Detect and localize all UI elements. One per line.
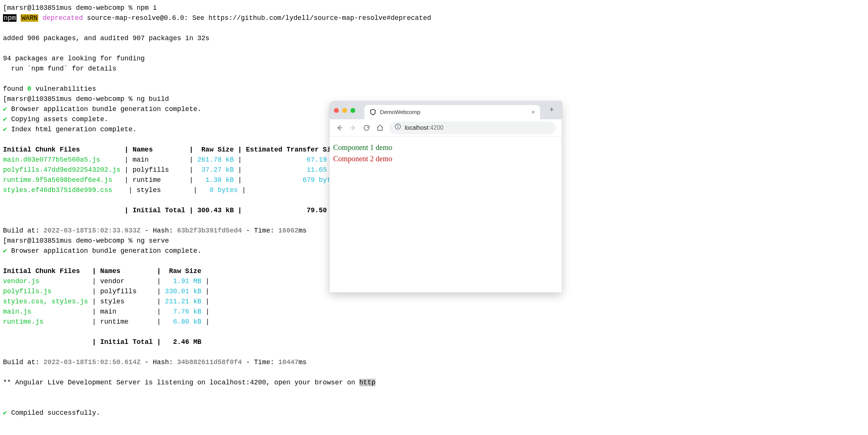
- component-1-text: Component 1 demo: [333, 142, 558, 153]
- build2-row: polyfills.js | polyfills | 330.01 kB |: [3, 288, 214, 295]
- added-packages-line: added 906 packages, and audited 907 pack…: [3, 34, 210, 42]
- angular-icon: [370, 109, 376, 116]
- check-icon: ✔: [3, 105, 7, 113]
- address-bar[interactable]: localhost:4200: [389, 122, 556, 134]
- back-button[interactable]: [335, 124, 344, 132]
- close-window-button[interactable]: [334, 108, 339, 113]
- build1-row: main.d03e0777b5e560a5.js | main | 261.78…: [3, 156, 339, 164]
- arrow-left-icon: [336, 124, 343, 132]
- reload-button[interactable]: [362, 124, 371, 132]
- maximize-window-button[interactable]: [350, 108, 355, 113]
- build1-total: | Initial Total | 300.43 kB | 79.50 kB: [3, 207, 339, 214]
- browser-window: DemoWebcomp ✕ + localhost:4200 Component…: [329, 101, 562, 292]
- window-controls: [334, 108, 355, 113]
- deprecated-tag: deprecated: [42, 14, 83, 22]
- build2-row: main.js | main | 7.76 kB |: [3, 308, 214, 315]
- browser-tab[interactable]: DemoWebcomp ✕: [364, 105, 540, 119]
- vulnerabilities-line: found 0 vulnerabilities: [3, 85, 96, 93]
- bundle-complete-line: ✔ Browser application bundle generation …: [3, 105, 201, 113]
- browser-toolbar: localhost:4200: [329, 119, 562, 136]
- build1-row: polyfills.47dd9ed922543202.js | polyfill…: [3, 166, 339, 174]
- check-icon: ✔: [3, 116, 7, 123]
- prompt-line-3: [marsr@l103851mus demo-webcomp % ng serv…: [3, 237, 169, 244]
- svg-point-2: [398, 125, 398, 126]
- close-tab-button[interactable]: ✕: [532, 108, 535, 116]
- tab-title: DemoWebcomp: [380, 108, 528, 117]
- home-button[interactable]: [376, 124, 384, 132]
- build2-total: | Initial Total | 2.46 MB: [3, 338, 201, 346]
- build1-row: styles.ef46db3751d8e999.css | styles | 0…: [3, 186, 343, 194]
- npm-warn-line: npm WARN deprecated source-map-resolve@0…: [3, 14, 431, 22]
- build2-at-line: Build at: 2022-03-18T15:02:50.614Z - Has…: [3, 358, 307, 366]
- home-icon: [376, 124, 384, 132]
- funding-line-1: 94 packages are looking for funding: [3, 55, 145, 62]
- minimize-window-button[interactable]: [342, 108, 347, 113]
- component-2-text: Component 2 demo: [333, 153, 558, 164]
- reload-icon: [363, 124, 370, 132]
- npm-tag: npm: [3, 14, 16, 22]
- check-icon: ✔: [3, 126, 7, 133]
- check-icon: ✔: [3, 409, 7, 417]
- assets-complete-line: ✔ Copying assets complete.: [3, 116, 108, 123]
- arrow-right-icon: [349, 124, 357, 132]
- prompt-line-1: [marsr@l103851mus demo-webcomp % npm i: [3, 4, 157, 12]
- build2-row: styles.css, styles.js | styles | 211.21 …: [3, 298, 214, 305]
- build1-at-line: Build at: 2022-03-18T15:02:33.933Z - Has…: [3, 227, 307, 234]
- build2-row: vendor.js | vendor | 1.91 MB |: [3, 278, 214, 285]
- build2-header: Initial Chunk Files | Names | Raw Size: [3, 267, 201, 275]
- bundle-complete-line-2: ✔ Browser application bundle generation …: [3, 247, 201, 255]
- check-icon: ✔: [3, 247, 7, 255]
- forward-button[interactable]: [349, 124, 357, 132]
- index-complete-line: ✔ Index html generation complete.: [3, 126, 137, 133]
- build2-row: runtime.js | runtime | 6.80 kB |: [3, 318, 214, 326]
- funding-line-2: run `npm fund` for details: [3, 65, 116, 72]
- build1-row: runtime.9f5a5698beedf6e4.js | runtime | …: [3, 176, 339, 184]
- live-server-line: ** Angular Live Development Server is li…: [3, 379, 376, 386]
- build1-header: Initial Chunk Files | Names | Raw Size |…: [3, 146, 339, 153]
- new-tab-button[interactable]: +: [546, 105, 557, 116]
- browser-tabbar: DemoWebcomp ✕ +: [329, 101, 562, 119]
- browser-viewport: Component 1 demo Component 2 demo: [329, 136, 562, 170]
- info-icon: [395, 123, 401, 132]
- prompt-line-2: [marsr@l103851mus demo-webcomp % ng buil…: [3, 95, 169, 103]
- url-text: localhost:4200: [405, 123, 443, 132]
- compiled-line: ✔ Compiled successfully.: [3, 409, 100, 417]
- warn-tag: WARN: [21, 14, 38, 22]
